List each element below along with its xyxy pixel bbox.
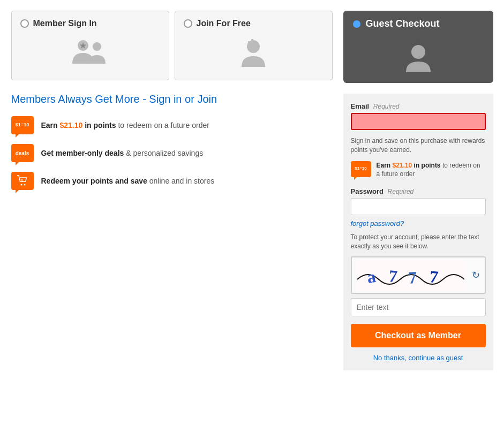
tab-join-for-free-header: Join For Free (184, 19, 251, 28)
left-panel: Member Sign In (11, 11, 333, 370)
member-signin-radio[interactable] (20, 19, 29, 28)
tab-member-sign-in[interactable]: Member Sign In (11, 11, 169, 80)
captcha-box: a 7 7 7 ↻ (351, 256, 486, 294)
benefit-text-cart: Redeem your points and save online and i… (41, 177, 215, 185)
deals-icon: deals (11, 144, 34, 162)
guest-checkout-header[interactable]: Guest Checkout (343, 11, 493, 37)
promo-title-static: Members Always Get More - (11, 93, 149, 105)
earn-text: Earn $21.10 in points to redeem on a fut… (377, 161, 486, 179)
member-signin-title: Member Sign In (33, 19, 97, 28)
password-label: Password Required (351, 187, 486, 195)
promo-title-link[interactable]: Sign in or Join (149, 93, 217, 105)
member-signin-icon (20, 34, 160, 72)
join-icon (184, 34, 324, 72)
right-panel: Guest Checkout Email Required Sign in an… (343, 11, 493, 370)
captcha-note: To protect your account, please enter th… (351, 233, 486, 251)
benefit-list: $1=10 Earn $21.10 in points to redeem on… (11, 116, 333, 190)
benefit-item-deals: deals Get member-only deals & personaliz… (11, 144, 333, 162)
cart-icon: $ (11, 172, 34, 190)
benefit-item-cart: $ Redeem your points and save online and… (11, 172, 333, 190)
svg-rect-5 (248, 41, 257, 43)
join-radio[interactable] (184, 19, 192, 28)
svg-text:7: 7 (388, 266, 398, 286)
forgot-password-link[interactable]: forgot password? (351, 219, 486, 227)
email-input[interactable] (351, 113, 486, 130)
earn-icon-small: $1=10 (351, 161, 371, 177)
svg-text:7: 7 (407, 268, 417, 287)
promo-title: Members Always Get More - Sign in or Joi… (11, 93, 333, 105)
tab-join-for-free[interactable]: Join For Free (175, 11, 333, 80)
guest-checkout-title: Guest Checkout (366, 18, 440, 29)
tab-member-sign-in-header: Member Sign In (20, 19, 97, 28)
benefit-item-points: $1=10 Earn $21.10 in points to redeem on… (11, 116, 333, 134)
password-label-text: Password (351, 187, 383, 195)
password-required-text: Required (388, 188, 414, 195)
email-label: Email Required (351, 102, 486, 110)
earn-points-box: $1=10 Earn $21.10 in points to redeem on… (351, 161, 486, 179)
benefit-text-deals: Get member-only deals & personalized sav… (41, 149, 204, 157)
points-icon: $1=10 (11, 116, 34, 134)
right-form-area: Email Required Sign in and save on this … (343, 94, 493, 370)
guest-checkout-radio[interactable] (353, 20, 360, 28)
checkout-as-member-button[interactable]: Checkout as Member (351, 324, 486, 347)
continue-as-guest-link[interactable]: No thanks, continue as guest (351, 354, 486, 362)
sign-in-note: Sign in and save on this purchase with r… (351, 136, 486, 155)
join-title: Join For Free (197, 19, 251, 28)
guest-icon-area (343, 37, 493, 83)
tab-row: Member Sign In (11, 11, 333, 80)
email-label-text: Email (351, 102, 370, 110)
svg-point-1 (93, 42, 101, 51)
svg-point-6 (20, 184, 22, 186)
email-required-text: Required (373, 103, 400, 110)
captcha-image: a 7 7 7 (353, 257, 469, 293)
svg-point-9 (411, 45, 425, 59)
page-wrapper: Member Sign In (11, 11, 493, 370)
captcha-refresh-button[interactable]: ↻ (469, 257, 484, 293)
benefit-text-points: Earn $21.10 in points to redeem on a fut… (41, 121, 209, 130)
password-input[interactable] (351, 198, 486, 215)
svg-point-7 (24, 184, 25, 186)
captcha-text-input[interactable] (351, 298, 486, 316)
